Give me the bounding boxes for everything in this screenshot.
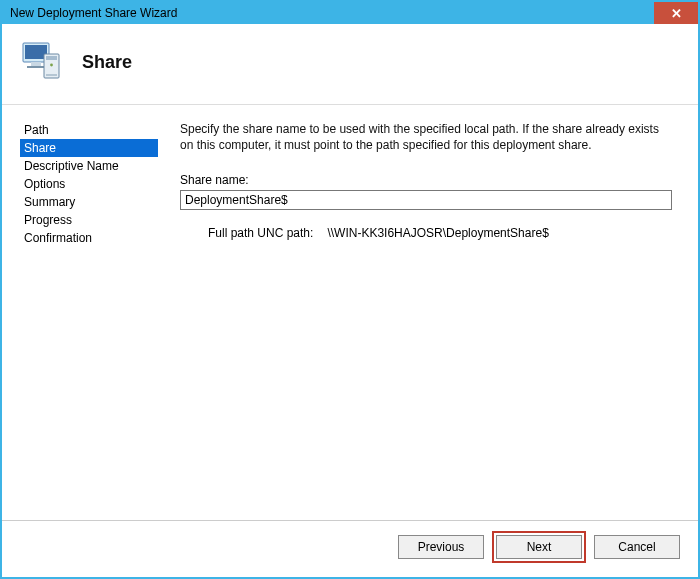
title-bar: New Deployment Share Wizard ✕: [2, 2, 698, 24]
previous-button[interactable]: Previous: [398, 535, 484, 559]
close-icon: ✕: [671, 6, 682, 21]
step-progress[interactable]: Progress: [20, 211, 158, 229]
close-button[interactable]: ✕: [654, 2, 698, 24]
main-panel: Specify the share name to be used with t…: [180, 117, 680, 520]
cancel-button[interactable]: Cancel: [594, 535, 680, 559]
wizard-header: Share: [2, 24, 698, 105]
wizard-steps: Path Share Descriptive Name Options Summ…: [20, 117, 158, 520]
svg-rect-7: [46, 74, 57, 76]
step-summary[interactable]: Summary: [20, 193, 158, 211]
step-descriptive-name[interactable]: Descriptive Name: [20, 157, 158, 175]
instruction-text: Specify the share name to be used with t…: [180, 121, 672, 153]
window-title: New Deployment Share Wizard: [10, 6, 177, 20]
share-name-label: Share name:: [180, 173, 672, 187]
share-icon: [22, 42, 64, 82]
svg-rect-3: [27, 66, 45, 68]
step-share[interactable]: Share: [20, 139, 158, 157]
step-confirmation[interactable]: Confirmation: [20, 229, 158, 247]
svg-rect-5: [46, 56, 57, 60]
share-name-input[interactable]: [180, 190, 672, 210]
step-path[interactable]: Path: [20, 121, 158, 139]
svg-point-6: [50, 64, 53, 67]
step-options[interactable]: Options: [20, 175, 158, 193]
svg-rect-2: [31, 62, 41, 66]
unc-path-label: Full path UNC path:: [208, 226, 313, 240]
next-button-highlight: Next: [492, 531, 586, 563]
next-button[interactable]: Next: [496, 535, 582, 559]
wizard-content: Path Share Descriptive Name Options Summ…: [2, 105, 698, 520]
unc-path-row: Full path UNC path: \\WIN-KK3I6HAJOSR\De…: [180, 226, 672, 240]
wizard-footer: Previous Next Cancel: [2, 520, 698, 577]
wizard-window: New Deployment Share Wizard ✕ Share Path…: [0, 0, 700, 579]
unc-path-value: \\WIN-KK3I6HAJOSR\DeploymentShare$: [327, 226, 548, 240]
page-title: Share: [82, 52, 132, 73]
